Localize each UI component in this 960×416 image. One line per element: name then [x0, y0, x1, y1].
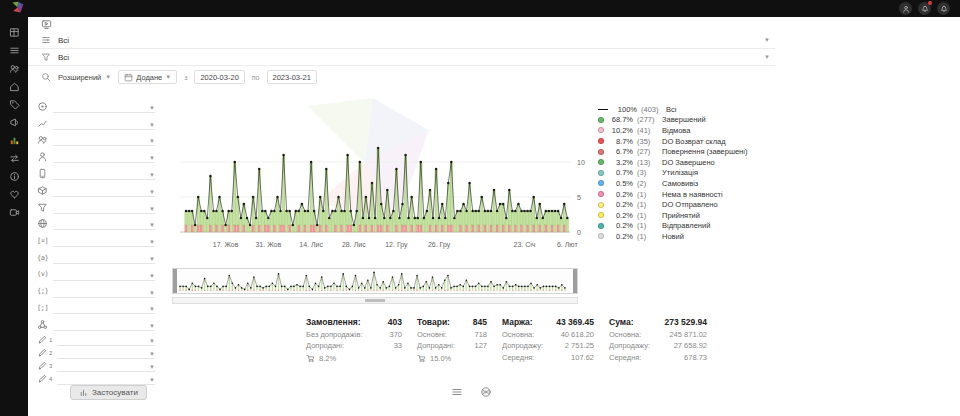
search-mode-select[interactable]: Розширений ▼	[58, 73, 111, 82]
date-from-input[interactable]: 2020-03-20	[194, 70, 244, 84]
dynamics-filter-icon	[37, 118, 48, 129]
list-view-button[interactable]	[450, 385, 463, 398]
sidebar-item-statistics[interactable]	[7, 134, 22, 147]
legend-count: (277)	[637, 115, 662, 124]
legend-item[interactable]: 0.2%(1)Новий	[598, 231, 747, 242]
filter-header: Всі ▼ Всі ▼ Розширений ▼ Додане ▼ з 2020…	[28, 17, 775, 88]
sidebar-item-support[interactable]	[7, 188, 22, 201]
legend-item[interactable]: 0.7%(3)Утилізація	[598, 168, 747, 179]
list-field-filter-row: {;}▼	[28, 283, 165, 300]
sidebar-item-info[interactable]	[7, 170, 22, 183]
date-field-select[interactable]: Додане ▼	[118, 70, 177, 84]
stats-total: 43 369.45	[556, 317, 594, 327]
custom-filter-4-number: 4	[49, 376, 52, 382]
legend-percent: 0.2%	[608, 200, 633, 209]
sidebar-item-marketing[interactable]	[7, 116, 22, 129]
sidebar-item-video-lessons[interactable]	[7, 206, 22, 219]
client-filter-select[interactable]: ▼	[53, 150, 155, 163]
filter-select-1[interactable]: Всі ▼	[51, 32, 775, 48]
legend-label: DO Завершено	[662, 158, 715, 167]
legend-item[interactable]: 0.2%(1)Відправлений	[598, 221, 747, 232]
sidebar-item-clients[interactable]	[7, 62, 22, 75]
funnel-filter-select[interactable]: ▼	[53, 201, 155, 214]
value-field-filter-select[interactable]: ▼	[53, 268, 155, 281]
custom-filter-4-row: 4▼	[28, 372, 165, 385]
legend-dot-swatch	[598, 149, 604, 155]
cart-icon	[417, 354, 426, 363]
legend-item[interactable]: 10.2%(41)Відмова	[598, 125, 747, 136]
legend-count: (27)	[637, 147, 662, 156]
chevron-down-icon: ▼	[149, 239, 155, 245]
custom-filter-4-select[interactable]: ▼	[57, 372, 155, 385]
site-filter-select[interactable]: ▼	[53, 217, 155, 230]
funnel-icon-wrap	[41, 52, 51, 62]
search-icon	[41, 72, 51, 82]
custom-filter-1-select[interactable]: ▼	[57, 333, 155, 346]
currency-field-filter-select[interactable]: ▼	[53, 234, 155, 247]
legend-item[interactable]: 3.2%(13)DO Завершено	[598, 157, 747, 168]
stats-sub-label: Допродажу:	[502, 341, 543, 350]
profile-icon	[902, 5, 910, 13]
chart-scrollbar[interactable]	[172, 297, 578, 304]
network-filter-select[interactable]: ▼	[53, 318, 155, 331]
list-field-filter-select[interactable]: ▼	[53, 285, 155, 298]
filter-select-2[interactable]: Всі ▼	[51, 49, 775, 65]
alerts-button[interactable]	[937, 2, 950, 15]
custom-filter-2-number: 2	[49, 350, 52, 356]
legend-dot-swatch	[598, 138, 604, 144]
scrollbar-thumb[interactable]	[365, 299, 385, 302]
currency-field-filter-row: [¤]▼	[28, 232, 165, 249]
stats-sub-value: 27 658.92	[674, 341, 707, 350]
date-to-input[interactable]: 2023-03-21	[267, 70, 317, 84]
stats-sub-label: Основна:	[609, 330, 641, 339]
legend-percent: 0.5%	[608, 179, 633, 188]
calendar-icon	[124, 73, 133, 82]
sidebar-item-shop[interactable]	[7, 80, 22, 93]
text-field-filter-select[interactable]: ▼	[53, 251, 155, 264]
apply-button[interactable]: Застосувати	[70, 385, 147, 400]
custom-filter-2-select[interactable]: ▼	[57, 346, 155, 359]
legend-item[interactable]: 8.7%(35)DO Возврат склад	[598, 136, 747, 147]
status-filter-icon	[37, 101, 48, 112]
brush-handle-right[interactable]	[573, 269, 577, 293]
custom-filter-3-number: 3	[49, 363, 52, 369]
sidebar-item-dashboard[interactable]	[7, 26, 22, 39]
globe-view-button[interactable]	[479, 385, 492, 398]
sidebar-item-orders[interactable]	[7, 44, 22, 57]
phone-filter-select[interactable]: ▼	[53, 167, 155, 180]
status-filter-select[interactable]: ▼	[53, 100, 155, 113]
legend-item[interactable]: 0.2%(1)Нема в наявності	[598, 189, 747, 200]
notifications-button[interactable]	[918, 2, 931, 15]
stats-footer-value: 678.73	[684, 353, 707, 362]
filter-row-2: Всі ▼	[28, 49, 775, 66]
brush-handle-left[interactable]	[173, 269, 177, 293]
legend-item[interactable]: 100%(403)Всі	[598, 104, 747, 115]
sidebar-item-products[interactable]	[7, 98, 22, 111]
dynamics-filter-select[interactable]: ▼	[53, 117, 155, 130]
chart-brush[interactable]	[172, 268, 578, 294]
profile-button[interactable]	[899, 2, 912, 15]
video-lessons-icon	[9, 207, 20, 218]
multi-field-filter-select[interactable]: ▼	[53, 301, 155, 314]
svg-text:0: 0	[577, 229, 581, 236]
stats-sub-value: 33	[394, 341, 402, 350]
legend-item[interactable]: 0.5%(2)Самовивіз	[598, 178, 747, 189]
sidebar-item-integrations[interactable]	[7, 152, 22, 165]
legend-percent: 3.2%	[608, 158, 633, 167]
text-field-filter-icon: {a}	[37, 254, 48, 262]
app-logo[interactable]	[10, 0, 25, 18]
legend-item[interactable]: 6.7%(27)Повернення (завершені)	[598, 146, 747, 157]
custom-filter-3-icon	[37, 360, 48, 371]
orders-chart[interactable]: 051017. Жов31. Жов14. Лис28. Лис12. Гру2…	[170, 104, 600, 254]
legend-item[interactable]: 0.2%(1)Прийнятий	[598, 210, 747, 221]
managers-filter-select[interactable]: ▼	[53, 133, 155, 146]
custom-filter-3-select[interactable]: ▼	[57, 359, 155, 372]
legend-item[interactable]: 0.2%(1)DO Отправлено	[598, 199, 747, 210]
legend-dot-swatch	[598, 117, 604, 123]
legend-percent: 0.2%	[608, 232, 633, 241]
integrations-icon	[9, 153, 20, 164]
legend-item[interactable]: 68.7%(277)Завершений	[598, 115, 747, 126]
search-icon[interactable]	[41, 72, 51, 82]
product-filter-select[interactable]: ▼	[53, 184, 155, 197]
stats-total: 403	[388, 317, 402, 327]
